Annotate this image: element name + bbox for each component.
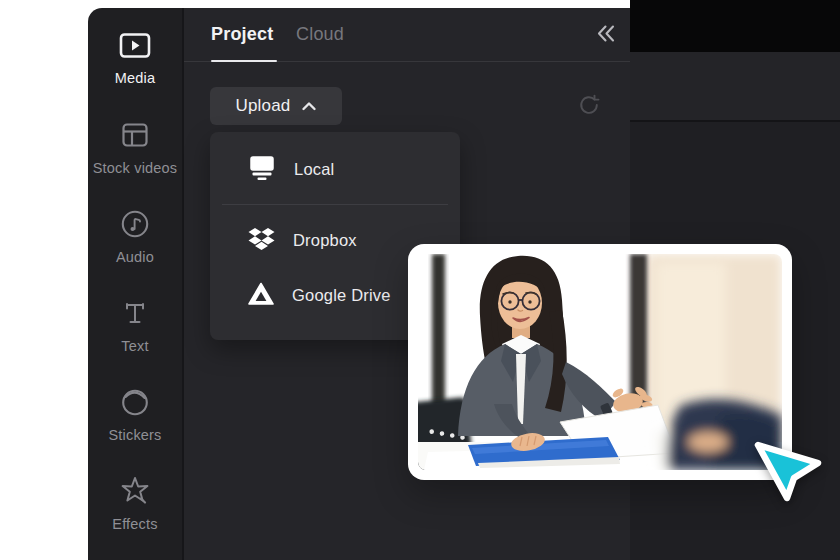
sidebar-item-stickers[interactable]: Stickers	[88, 370, 182, 459]
sidebar-nav: Media Stock videos Audio	[88, 14, 182, 548]
media-icon	[118, 31, 152, 65]
editor-preview-area	[630, 52, 840, 120]
interview-photo	[418, 254, 782, 470]
sidebar-item-text[interactable]: Text	[88, 281, 182, 370]
local-computer-icon	[248, 153, 276, 185]
audio-icon	[119, 208, 151, 244]
interview-photo-card	[408, 244, 792, 480]
menu-divider	[222, 204, 448, 205]
sidebar-item-label: Effects	[112, 516, 157, 532]
menu-item-label: Local	[294, 160, 334, 179]
upload-button[interactable]: Upload	[210, 87, 342, 125]
sidebar-item-label: Text	[121, 338, 148, 354]
sidebar-item-stock-videos[interactable]: Stock videos	[88, 103, 182, 192]
tab-project[interactable]: Project	[211, 24, 273, 45]
google-drive-icon	[248, 282, 274, 310]
sidebar-item-label: Stock videos	[93, 160, 178, 176]
tab-cloud[interactable]: Cloud	[296, 24, 344, 45]
editor-top-black-area	[630, 0, 840, 52]
stock-videos-icon	[119, 119, 151, 155]
sidebar-item-label: Stickers	[108, 427, 161, 443]
sidebar-item-label: Media	[115, 70, 156, 86]
chevron-up-icon	[301, 99, 317, 114]
panel-tab-bar: Project Cloud	[184, 8, 630, 62]
active-tab-underline	[211, 60, 277, 63]
menu-item-label: Google Drive	[292, 286, 391, 305]
collapse-panel-button[interactable]	[594, 22, 618, 46]
sidebar-item-audio[interactable]: Audio	[88, 192, 182, 281]
dropbox-icon	[248, 226, 275, 256]
menu-item-local[interactable]: Local	[210, 140, 460, 198]
sidebar-item-label: Audio	[116, 249, 154, 265]
sidebar-item-media[interactable]: Media	[88, 14, 182, 103]
effects-icon	[119, 475, 151, 511]
refresh-button[interactable]	[577, 93, 601, 117]
upload-button-label: Upload	[235, 96, 290, 116]
sidebar-item-effects[interactable]: Effects	[88, 459, 182, 548]
text-icon	[119, 297, 151, 333]
menu-item-label: Dropbox	[293, 231, 357, 250]
stickers-icon	[119, 386, 151, 422]
